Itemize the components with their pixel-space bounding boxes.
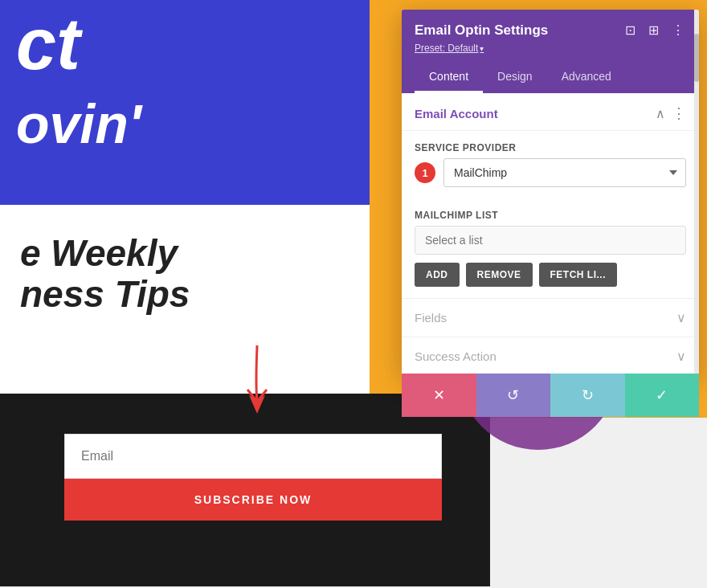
service-provider-section: Service Provider 1 MailChimp — [402, 131, 699, 210]
section-chevron-up[interactable]: ∧ — [656, 106, 665, 121]
undo-button[interactable]: ↺ — [476, 374, 551, 417]
remove-button[interactable]: REMOVE — [466, 263, 533, 287]
section-title-email-account: Email Account — [415, 107, 498, 120]
section-more-dots[interactable]: ⋮ — [672, 104, 686, 122]
panel-header: Email Optin Settings ⊡ ⊞ ⋮ Preset: Defau… — [402, 10, 699, 93]
tab-content[interactable]: Content — [415, 62, 483, 93]
bg-text-ovin: ovin' — [16, 96, 141, 151]
fetch-list-button[interactable]: FETCH LI... — [539, 263, 618, 287]
list-action-buttons: ADD REMOVE FETCH LI... — [415, 263, 686, 287]
fields-section-title: Fields — [415, 311, 447, 325]
arrow-indicator — [233, 345, 281, 429]
bg-text-ct: ct — [16, 8, 80, 80]
section-controls: ∧ ⋮ — [656, 104, 686, 122]
panel-tabs: Content Design Advanced — [415, 62, 686, 93]
panel-title: Email Optin Settings — [415, 22, 548, 39]
panel-header-top: Email Optin Settings ⊡ ⊞ ⋮ — [415, 21, 686, 39]
service-provider-select[interactable]: MailChimp — [443, 158, 686, 187]
service-provider-row: 1 MailChimp — [415, 158, 686, 187]
fields-section[interactable]: Fields ∨ — [402, 298, 699, 337]
success-action-title: Success Action — [415, 349, 497, 363]
success-chevron-icon: ∨ — [676, 349, 686, 364]
tab-design[interactable]: Design — [483, 62, 547, 93]
layout-icon-button[interactable]: ⊞ — [647, 21, 660, 39]
panel-body: Email Account ∧ ⋮ Service Provider 1 Mai… — [402, 93, 699, 375]
email-input[interactable] — [64, 434, 442, 479]
redo-button[interactable]: ↻ — [550, 374, 625, 417]
more-icon-button[interactable]: ⋮ — [670, 21, 686, 39]
email-form: SUBSCRIBE NOW — [64, 434, 442, 521]
add-button[interactable]: ADD — [415, 263, 460, 287]
settings-panel: Email Optin Settings ⊡ ⊞ ⋮ Preset: Defau… — [402, 10, 699, 375]
weekly-tips-text: e Weekly ness Tips — [20, 233, 190, 314]
panel-scrollbar[interactable] — [694, 10, 699, 375]
save-button[interactable]: ✓ — [625, 374, 700, 417]
bottom-toolbar: ✕ ↺ ↻ ✓ — [402, 374, 699, 417]
mailchimp-list-section: MailChimp List ADD REMOVE FETCH LI... — [402, 210, 699, 298]
bg-blue-area: ct ovin' — [0, 0, 370, 209]
fit-icon-button[interactable]: ⊡ — [623, 21, 637, 39]
success-action-section[interactable]: Success Action ∨ — [402, 337, 699, 375]
cancel-button[interactable]: ✕ — [402, 374, 476, 417]
mailchimp-list-label: MailChimp List — [415, 210, 686, 221]
tab-advanced[interactable]: Advanced — [547, 62, 626, 93]
fields-chevron-icon: ∨ — [676, 310, 686, 325]
panel-preset[interactable]: Preset: Default▾ — [415, 43, 686, 54]
panel-header-icons: ⊡ ⊞ ⋮ — [623, 21, 686, 39]
subscribe-button[interactable]: SUBSCRIBE NOW — [64, 479, 442, 521]
panel-scrollbar-thumb — [694, 34, 699, 82]
email-account-section-header: Email Account ∧ ⋮ — [402, 93, 699, 131]
service-provider-label: Service Provider — [415, 142, 686, 153]
mailchimp-list-input[interactable] — [415, 226, 686, 255]
service-provider-badge: 1 — [415, 162, 435, 183]
